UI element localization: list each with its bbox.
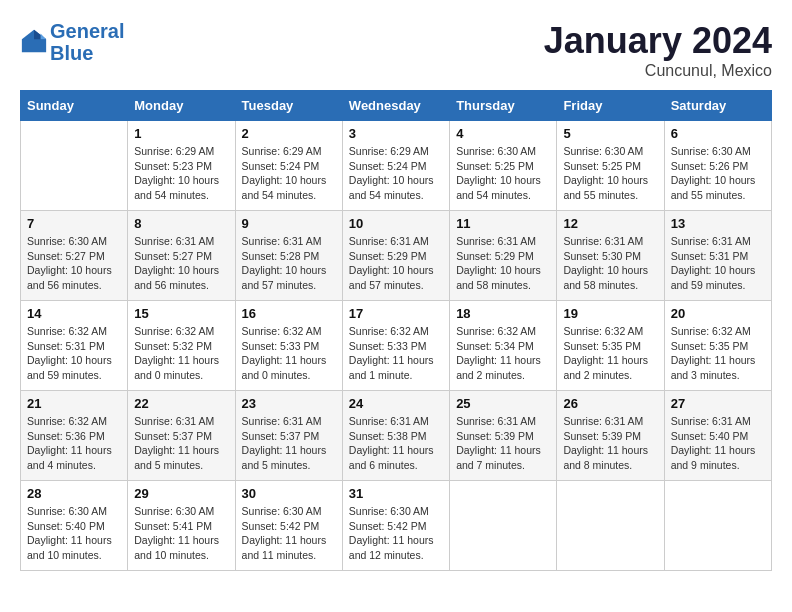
week-row-4: 21Sunrise: 6:32 AMSunset: 5:36 PMDayligh…	[21, 391, 772, 481]
calendar-cell: 31Sunrise: 6:30 AMSunset: 5:42 PMDayligh…	[342, 481, 449, 571]
day-info: Sunrise: 6:31 AMSunset: 5:38 PMDaylight:…	[349, 414, 443, 473]
day-number: 24	[349, 396, 443, 411]
calendar-cell	[450, 481, 557, 571]
calendar-cell: 20Sunrise: 6:32 AMSunset: 5:35 PMDayligh…	[664, 301, 771, 391]
day-info: Sunrise: 6:30 AMSunset: 5:41 PMDaylight:…	[134, 504, 228, 563]
calendar-cell: 26Sunrise: 6:31 AMSunset: 5:39 PMDayligh…	[557, 391, 664, 481]
day-number: 21	[27, 396, 121, 411]
calendar-cell: 21Sunrise: 6:32 AMSunset: 5:36 PMDayligh…	[21, 391, 128, 481]
week-row-3: 14Sunrise: 6:32 AMSunset: 5:31 PMDayligh…	[21, 301, 772, 391]
day-info: Sunrise: 6:32 AMSunset: 5:33 PMDaylight:…	[349, 324, 443, 383]
calendar-cell: 19Sunrise: 6:32 AMSunset: 5:35 PMDayligh…	[557, 301, 664, 391]
day-header-thursday: Thursday	[450, 91, 557, 121]
day-info: Sunrise: 6:30 AMSunset: 5:42 PMDaylight:…	[349, 504, 443, 563]
day-number: 2	[242, 126, 336, 141]
day-info: Sunrise: 6:31 AMSunset: 5:27 PMDaylight:…	[134, 234, 228, 293]
day-info: Sunrise: 6:31 AMSunset: 5:40 PMDaylight:…	[671, 414, 765, 473]
day-header-wednesday: Wednesday	[342, 91, 449, 121]
day-header-friday: Friday	[557, 91, 664, 121]
day-number: 16	[242, 306, 336, 321]
title-block: January 2024 Cuncunul, Mexico	[544, 20, 772, 80]
day-headers-row: SundayMondayTuesdayWednesdayThursdayFrid…	[21, 91, 772, 121]
svg-marker-2	[41, 34, 47, 40]
day-info: Sunrise: 6:32 AMSunset: 5:31 PMDaylight:…	[27, 324, 121, 383]
calendar-cell: 3Sunrise: 6:29 AMSunset: 5:24 PMDaylight…	[342, 121, 449, 211]
calendar-cell: 12Sunrise: 6:31 AMSunset: 5:30 PMDayligh…	[557, 211, 664, 301]
location: Cuncunul, Mexico	[544, 62, 772, 80]
day-info: Sunrise: 6:30 AMSunset: 5:42 PMDaylight:…	[242, 504, 336, 563]
week-row-1: 1Sunrise: 6:29 AMSunset: 5:23 PMDaylight…	[21, 121, 772, 211]
day-info: Sunrise: 6:31 AMSunset: 5:30 PMDaylight:…	[563, 234, 657, 293]
calendar-cell: 17Sunrise: 6:32 AMSunset: 5:33 PMDayligh…	[342, 301, 449, 391]
day-info: Sunrise: 6:29 AMSunset: 5:24 PMDaylight:…	[242, 144, 336, 203]
day-number: 10	[349, 216, 443, 231]
day-info: Sunrise: 6:31 AMSunset: 5:39 PMDaylight:…	[563, 414, 657, 473]
day-number: 11	[456, 216, 550, 231]
day-number: 6	[671, 126, 765, 141]
day-info: Sunrise: 6:30 AMSunset: 5:25 PMDaylight:…	[563, 144, 657, 203]
calendar-cell: 7Sunrise: 6:30 AMSunset: 5:27 PMDaylight…	[21, 211, 128, 301]
calendar-cell: 23Sunrise: 6:31 AMSunset: 5:37 PMDayligh…	[235, 391, 342, 481]
calendar-cell: 2Sunrise: 6:29 AMSunset: 5:24 PMDaylight…	[235, 121, 342, 211]
calendar-cell: 29Sunrise: 6:30 AMSunset: 5:41 PMDayligh…	[128, 481, 235, 571]
day-info: Sunrise: 6:31 AMSunset: 5:37 PMDaylight:…	[134, 414, 228, 473]
day-number: 1	[134, 126, 228, 141]
logo-text: General Blue	[50, 20, 124, 64]
day-number: 27	[671, 396, 765, 411]
day-info: Sunrise: 6:30 AMSunset: 5:27 PMDaylight:…	[27, 234, 121, 293]
day-info: Sunrise: 6:29 AMSunset: 5:23 PMDaylight:…	[134, 144, 228, 203]
day-number: 4	[456, 126, 550, 141]
day-number: 12	[563, 216, 657, 231]
month-year: January 2024	[544, 20, 772, 62]
calendar-cell	[664, 481, 771, 571]
day-number: 28	[27, 486, 121, 501]
day-info: Sunrise: 6:32 AMSunset: 5:35 PMDaylight:…	[671, 324, 765, 383]
day-number: 7	[27, 216, 121, 231]
day-number: 14	[27, 306, 121, 321]
calendar-cell: 1Sunrise: 6:29 AMSunset: 5:23 PMDaylight…	[128, 121, 235, 211]
day-number: 20	[671, 306, 765, 321]
day-number: 29	[134, 486, 228, 501]
day-info: Sunrise: 6:31 AMSunset: 5:31 PMDaylight:…	[671, 234, 765, 293]
logo: General Blue	[20, 20, 124, 64]
calendar-cell	[21, 121, 128, 211]
day-number: 22	[134, 396, 228, 411]
week-row-2: 7Sunrise: 6:30 AMSunset: 5:27 PMDaylight…	[21, 211, 772, 301]
day-info: Sunrise: 6:32 AMSunset: 5:35 PMDaylight:…	[563, 324, 657, 383]
day-info: Sunrise: 6:32 AMSunset: 5:32 PMDaylight:…	[134, 324, 228, 383]
day-info: Sunrise: 6:31 AMSunset: 5:28 PMDaylight:…	[242, 234, 336, 293]
day-number: 31	[349, 486, 443, 501]
day-number: 3	[349, 126, 443, 141]
day-number: 23	[242, 396, 336, 411]
day-info: Sunrise: 6:31 AMSunset: 5:37 PMDaylight:…	[242, 414, 336, 473]
day-info: Sunrise: 6:29 AMSunset: 5:24 PMDaylight:…	[349, 144, 443, 203]
calendar-cell: 25Sunrise: 6:31 AMSunset: 5:39 PMDayligh…	[450, 391, 557, 481]
calendar-cell: 24Sunrise: 6:31 AMSunset: 5:38 PMDayligh…	[342, 391, 449, 481]
calendar-cell: 8Sunrise: 6:31 AMSunset: 5:27 PMDaylight…	[128, 211, 235, 301]
calendar-cell: 18Sunrise: 6:32 AMSunset: 5:34 PMDayligh…	[450, 301, 557, 391]
calendar-cell: 13Sunrise: 6:31 AMSunset: 5:31 PMDayligh…	[664, 211, 771, 301]
week-row-5: 28Sunrise: 6:30 AMSunset: 5:40 PMDayligh…	[21, 481, 772, 571]
page-header: General Blue January 2024 Cuncunul, Mexi…	[20, 20, 772, 80]
calendar-cell: 6Sunrise: 6:30 AMSunset: 5:26 PMDaylight…	[664, 121, 771, 211]
calendar-cell: 9Sunrise: 6:31 AMSunset: 5:28 PMDaylight…	[235, 211, 342, 301]
calendar-cell	[557, 481, 664, 571]
calendar-cell: 27Sunrise: 6:31 AMSunset: 5:40 PMDayligh…	[664, 391, 771, 481]
day-info: Sunrise: 6:31 AMSunset: 5:39 PMDaylight:…	[456, 414, 550, 473]
day-info: Sunrise: 6:31 AMSunset: 5:29 PMDaylight:…	[456, 234, 550, 293]
day-header-tuesday: Tuesday	[235, 91, 342, 121]
day-number: 9	[242, 216, 336, 231]
day-info: Sunrise: 6:30 AMSunset: 5:40 PMDaylight:…	[27, 504, 121, 563]
logo-icon	[20, 28, 48, 56]
calendar-cell: 15Sunrise: 6:32 AMSunset: 5:32 PMDayligh…	[128, 301, 235, 391]
day-number: 18	[456, 306, 550, 321]
day-number: 5	[563, 126, 657, 141]
calendar-cell: 28Sunrise: 6:30 AMSunset: 5:40 PMDayligh…	[21, 481, 128, 571]
day-info: Sunrise: 6:32 AMSunset: 5:36 PMDaylight:…	[27, 414, 121, 473]
calendar-cell: 11Sunrise: 6:31 AMSunset: 5:29 PMDayligh…	[450, 211, 557, 301]
day-info: Sunrise: 6:32 AMSunset: 5:34 PMDaylight:…	[456, 324, 550, 383]
day-info: Sunrise: 6:32 AMSunset: 5:33 PMDaylight:…	[242, 324, 336, 383]
day-header-saturday: Saturday	[664, 91, 771, 121]
day-header-sunday: Sunday	[21, 91, 128, 121]
day-number: 30	[242, 486, 336, 501]
